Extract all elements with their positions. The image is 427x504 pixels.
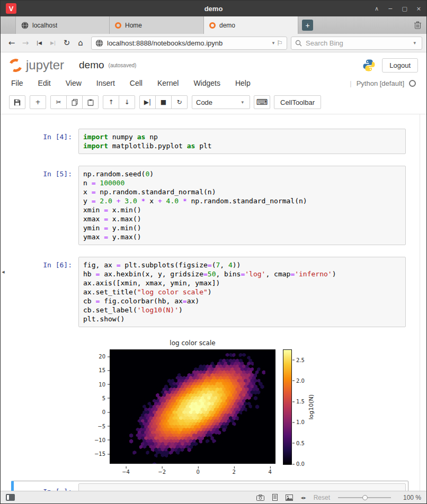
- menu-file[interactable]: File: [11, 79, 23, 87]
- code-editor[interactable]: import numpy as npimport matplotlib.pypl…: [78, 129, 406, 154]
- menu-view[interactable]: View: [66, 79, 82, 87]
- empty-code-cell[interactable]: In [ ]:: [11, 481, 408, 491]
- interrupt-kernel-button[interactable]: ■: [155, 95, 172, 109]
- page-actions-icon[interactable]: [272, 494, 278, 501]
- save-notebook-button[interactable]: [9, 95, 25, 109]
- menu-kernel[interactable]: Kernel: [157, 79, 179, 87]
- y-tick-label: 10: [99, 381, 105, 387]
- y-tick-label: 0: [102, 409, 105, 415]
- x-tick-label: −4: [122, 469, 130, 475]
- logout-button[interactable]: Logout: [382, 58, 418, 73]
- colorbar-tick-label: 1.5: [296, 399, 305, 404]
- forward-button[interactable]: →: [19, 36, 32, 50]
- keyboard-icon: ⌨: [256, 97, 268, 107]
- zoom-slider[interactable]: [338, 494, 391, 501]
- colorbar-tick-label: 2.0: [296, 377, 305, 383]
- maximize-button[interactable]: ▢: [402, 5, 407, 12]
- zoom-slider-knob[interactable]: [362, 495, 368, 500]
- code-line: ax.set_title("log color scale"): [83, 287, 401, 296]
- panel-handle[interactable]: ◀: [1, 266, 6, 278]
- input-prompt: In [6]:: [16, 257, 78, 327]
- tab-label: demo: [219, 22, 235, 29]
- toolbar-groups: +✂↑↓▶|■↻: [9, 95, 188, 109]
- insert-cell-below-button[interactable]: +: [30, 95, 46, 109]
- address-bar[interactable]: localhost:8888/notebooks/demo.ipynb ▾ ⚐: [91, 37, 287, 50]
- code-cell-5[interactable]: In [5]: np.random.seed(0)n = 100000x = n…: [11, 163, 408, 248]
- navigation-bar: ←→|◀▶|↻⌂ localhost:8888/notebooks/demo.i…: [1, 34, 426, 52]
- code-line: n = 100000: [83, 178, 401, 187]
- trash-icon[interactable]: [414, 21, 421, 29]
- tab-bar: localhost Home demo +: [1, 16, 426, 34]
- cut-cell-button[interactable]: ✂: [50, 95, 67, 109]
- bookmark-flag-icon[interactable]: ⚐: [277, 39, 283, 47]
- tab-localhost[interactable]: localhost: [15, 16, 110, 34]
- new-tab-button[interactable]: +: [302, 20, 313, 31]
- command-palette-button[interactable]: ⌨: [254, 95, 270, 109]
- y-axis-ticks: 20151050−5−10−15: [94, 349, 110, 464]
- restart-kernel-button[interactable]: ↻: [171, 95, 188, 109]
- home-button[interactable]: ⌂: [74, 36, 87, 50]
- close-button[interactable]: ×: [416, 5, 421, 12]
- code-editor[interactable]: fig, ax = plt.subplots(figsize=(7, 4))hb…: [78, 257, 406, 327]
- code-line: import matplotlib.pyplot as plt: [83, 141, 401, 150]
- move-cell-up-button[interactable]: ↑: [103, 95, 119, 109]
- y-tick-label: 5: [102, 395, 105, 401]
- celltype-select[interactable]: Code ▾: [192, 95, 250, 109]
- menu-bar: FileEditViewInsertCellKernelWidgetsHelp …: [1, 75, 426, 92]
- move-cell-down-button[interactable]: ↓: [119, 95, 135, 109]
- code-line: ax.axis([xmin, xmax, ymin, ymax]): [83, 278, 401, 287]
- output-prompt: [11, 336, 78, 478]
- fast-forward-button[interactable]: ▶|: [46, 36, 60, 50]
- back-button[interactable]: ←: [5, 36, 19, 50]
- jupyter-logo[interactable]: jupyter: [9, 58, 64, 73]
- kernel-idle-icon: [409, 80, 416, 87]
- code-cell-6[interactable]: In [6]: fig, ax = plt.subplots(figsize=(…: [11, 254, 408, 330]
- code-cell-4[interactable]: In [4]: import numpy as npimport matplot…: [11, 126, 408, 157]
- search-engine-dropdown-icon[interactable]: ▾: [413, 40, 416, 46]
- address-dropdown-icon[interactable]: ▾: [272, 40, 275, 46]
- plus-icon: +: [305, 22, 309, 29]
- site-info-icon[interactable]: [95, 39, 103, 47]
- menu-insert[interactable]: Insert: [96, 79, 115, 87]
- zoom-reset-label[interactable]: Reset: [314, 494, 330, 501]
- search-field[interactable]: Search Bing ▾: [291, 37, 422, 50]
- reload-button[interactable]: ↻: [60, 36, 74, 50]
- menu-cell[interactable]: Cell: [130, 79, 143, 87]
- tiling-icon[interactable]: ◂ ▸: [301, 495, 306, 500]
- panel-toggle-icon[interactable]: [6, 494, 15, 501]
- copy-cell-button[interactable]: [66, 95, 83, 109]
- x-tick-label: 2: [233, 469, 236, 475]
- vivaldi-logo-letter: V: [9, 5, 14, 13]
- x-tick-label: 4: [269, 469, 272, 475]
- minimize-button[interactable]: −: [388, 5, 393, 12]
- code-editor[interactable]: np.random.seed(0)n = 100000x = np.random…: [78, 166, 406, 245]
- menu-separator: |: [350, 79, 351, 87]
- menu-help[interactable]: Help: [235, 79, 251, 87]
- run-cell-button[interactable]: ▶|: [139, 95, 156, 109]
- url-text[interactable]: localhost:8888/notebooks/demo.ipynb: [107, 39, 270, 47]
- kernel-name: Python [default]: [357, 79, 404, 87]
- menu-widgets[interactable]: Widgets: [193, 79, 220, 87]
- capture-page-icon[interactable]: [256, 494, 264, 501]
- tab-demo[interactable]: demo: [204, 16, 298, 34]
- code-line: xmin = x.min(): [83, 205, 401, 214]
- y-tick-label: 20: [99, 354, 105, 359]
- y-tick-label: 15: [99, 367, 105, 373]
- menu-edit[interactable]: Edit: [38, 79, 51, 87]
- celltoolbar-button[interactable]: CellToolbar: [274, 95, 321, 109]
- paste-cell-button[interactable]: [82, 95, 99, 109]
- code-line: x = np.random.standard_normal(n): [83, 187, 401, 196]
- notebook-title[interactable]: demo: [79, 59, 104, 71]
- tab-home[interactable]: Home: [110, 16, 204, 34]
- code-editor[interactable]: [78, 483, 406, 491]
- panel-handle-arrow-icon: ◀: [2, 270, 4, 274]
- chevron-down-icon: ▾: [241, 100, 244, 105]
- x-tick-label: −2: [158, 469, 166, 475]
- zoom-value: 100 %: [399, 494, 421, 501]
- toggle-images-icon[interactable]: [286, 494, 293, 501]
- shade-button[interactable]: ∧: [375, 5, 379, 12]
- rewind-button[interactable]: |◀: [32, 36, 46, 50]
- code-line: plt.show(): [83, 314, 401, 323]
- jupyter-favicon: [209, 22, 216, 29]
- vivaldi-menu-icon[interactable]: V: [6, 3, 16, 14]
